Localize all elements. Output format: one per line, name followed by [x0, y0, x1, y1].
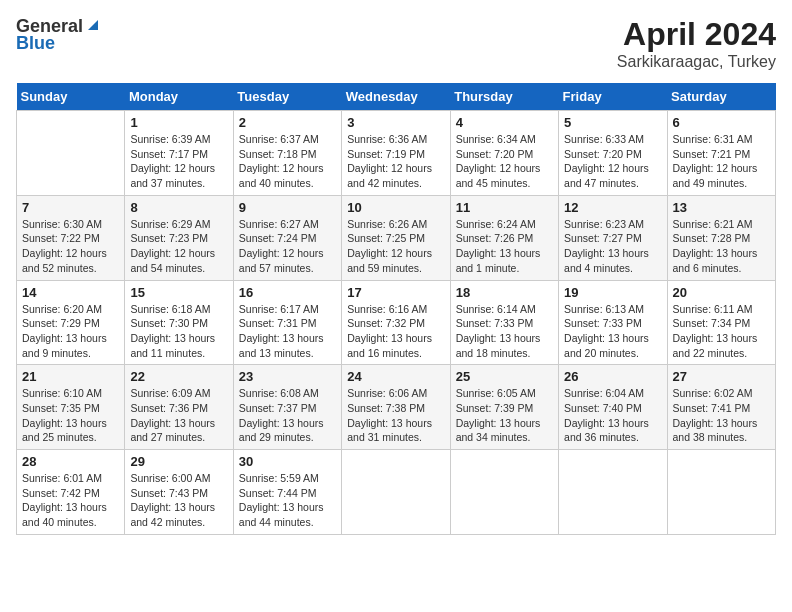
- calendar-day-25: 25Sunrise: 6:05 AM Sunset: 7:39 PM Dayli…: [450, 365, 558, 450]
- empty-cell: [559, 450, 667, 535]
- day-number: 20: [673, 285, 770, 300]
- day-info: Sunrise: 6:16 AM Sunset: 7:32 PM Dayligh…: [347, 302, 444, 361]
- day-info: Sunrise: 6:00 AM Sunset: 7:43 PM Dayligh…: [130, 471, 227, 530]
- day-number: 13: [673, 200, 770, 215]
- calendar-day-24: 24Sunrise: 6:06 AM Sunset: 7:38 PM Dayli…: [342, 365, 450, 450]
- day-info: Sunrise: 6:01 AM Sunset: 7:42 PM Dayligh…: [22, 471, 119, 530]
- calendar-day-15: 15Sunrise: 6:18 AM Sunset: 7:30 PM Dayli…: [125, 280, 233, 365]
- day-number: 9: [239, 200, 336, 215]
- day-info: Sunrise: 6:27 AM Sunset: 7:24 PM Dayligh…: [239, 217, 336, 276]
- location-subtitle: Sarkikaraagac, Turkey: [617, 53, 776, 71]
- day-number: 6: [673, 115, 770, 130]
- calendar-day-23: 23Sunrise: 6:08 AM Sunset: 7:37 PM Dayli…: [233, 365, 341, 450]
- day-info: Sunrise: 6:18 AM Sunset: 7:30 PM Dayligh…: [130, 302, 227, 361]
- calendar-day-11: 11Sunrise: 6:24 AM Sunset: 7:26 PM Dayli…: [450, 195, 558, 280]
- logo-blue-text: Blue: [16, 33, 55, 54]
- day-info: Sunrise: 6:17 AM Sunset: 7:31 PM Dayligh…: [239, 302, 336, 361]
- calendar-day-30: 30Sunrise: 5:59 AM Sunset: 7:44 PM Dayli…: [233, 450, 341, 535]
- day-info: Sunrise: 6:20 AM Sunset: 7:29 PM Dayligh…: [22, 302, 119, 361]
- calendar-day-7: 7Sunrise: 6:30 AM Sunset: 7:22 PM Daylig…: [17, 195, 125, 280]
- day-number: 21: [22, 369, 119, 384]
- day-number: 1: [130, 115, 227, 130]
- day-number: 11: [456, 200, 553, 215]
- day-info: Sunrise: 6:09 AM Sunset: 7:36 PM Dayligh…: [130, 386, 227, 445]
- calendar-day-2: 2Sunrise: 6:37 AM Sunset: 7:18 PM Daylig…: [233, 111, 341, 196]
- day-number: 10: [347, 200, 444, 215]
- calendar-day-28: 28Sunrise: 6:01 AM Sunset: 7:42 PM Dayli…: [17, 450, 125, 535]
- weekday-header-row: SundayMondayTuesdayWednesdayThursdayFrid…: [17, 83, 776, 111]
- day-info: Sunrise: 6:36 AM Sunset: 7:19 PM Dayligh…: [347, 132, 444, 191]
- day-number: 15: [130, 285, 227, 300]
- day-number: 12: [564, 200, 661, 215]
- calendar-day-4: 4Sunrise: 6:34 AM Sunset: 7:20 PM Daylig…: [450, 111, 558, 196]
- calendar-week-3: 14Sunrise: 6:20 AM Sunset: 7:29 PM Dayli…: [17, 280, 776, 365]
- calendar-day-6: 6Sunrise: 6:31 AM Sunset: 7:21 PM Daylig…: [667, 111, 775, 196]
- empty-cell: [450, 450, 558, 535]
- day-number: 16: [239, 285, 336, 300]
- day-number: 30: [239, 454, 336, 469]
- calendar-day-27: 27Sunrise: 6:02 AM Sunset: 7:41 PM Dayli…: [667, 365, 775, 450]
- day-info: Sunrise: 6:13 AM Sunset: 7:33 PM Dayligh…: [564, 302, 661, 361]
- logo-arrow-icon: [84, 16, 102, 34]
- day-info: Sunrise: 6:39 AM Sunset: 7:17 PM Dayligh…: [130, 132, 227, 191]
- calendar-day-19: 19Sunrise: 6:13 AM Sunset: 7:33 PM Dayli…: [559, 280, 667, 365]
- weekday-header-wednesday: Wednesday: [342, 83, 450, 111]
- day-info: Sunrise: 6:10 AM Sunset: 7:35 PM Dayligh…: [22, 386, 119, 445]
- calendar-day-12: 12Sunrise: 6:23 AM Sunset: 7:27 PM Dayli…: [559, 195, 667, 280]
- calendar-day-9: 9Sunrise: 6:27 AM Sunset: 7:24 PM Daylig…: [233, 195, 341, 280]
- day-number: 22: [130, 369, 227, 384]
- day-info: Sunrise: 6:23 AM Sunset: 7:27 PM Dayligh…: [564, 217, 661, 276]
- day-number: 19: [564, 285, 661, 300]
- weekday-header-sunday: Sunday: [17, 83, 125, 111]
- day-info: Sunrise: 6:04 AM Sunset: 7:40 PM Dayligh…: [564, 386, 661, 445]
- day-info: Sunrise: 6:02 AM Sunset: 7:41 PM Dayligh…: [673, 386, 770, 445]
- weekday-header-monday: Monday: [125, 83, 233, 111]
- day-info: Sunrise: 6:05 AM Sunset: 7:39 PM Dayligh…: [456, 386, 553, 445]
- day-number: 17: [347, 285, 444, 300]
- day-info: Sunrise: 6:14 AM Sunset: 7:33 PM Dayligh…: [456, 302, 553, 361]
- day-number: 7: [22, 200, 119, 215]
- day-info: Sunrise: 5:59 AM Sunset: 7:44 PM Dayligh…: [239, 471, 336, 530]
- day-number: 5: [564, 115, 661, 130]
- day-info: Sunrise: 6:26 AM Sunset: 7:25 PM Dayligh…: [347, 217, 444, 276]
- calendar-day-3: 3Sunrise: 6:36 AM Sunset: 7:19 PM Daylig…: [342, 111, 450, 196]
- calendar-day-18: 18Sunrise: 6:14 AM Sunset: 7:33 PM Dayli…: [450, 280, 558, 365]
- calendar-day-5: 5Sunrise: 6:33 AM Sunset: 7:20 PM Daylig…: [559, 111, 667, 196]
- calendar-week-4: 21Sunrise: 6:10 AM Sunset: 7:35 PM Dayli…: [17, 365, 776, 450]
- calendar-day-14: 14Sunrise: 6:20 AM Sunset: 7:29 PM Dayli…: [17, 280, 125, 365]
- day-info: Sunrise: 6:21 AM Sunset: 7:28 PM Dayligh…: [673, 217, 770, 276]
- day-number: 27: [673, 369, 770, 384]
- weekday-header-tuesday: Tuesday: [233, 83, 341, 111]
- day-number: 18: [456, 285, 553, 300]
- day-number: 14: [22, 285, 119, 300]
- calendar-day-17: 17Sunrise: 6:16 AM Sunset: 7:32 PM Dayli…: [342, 280, 450, 365]
- month-title: April 2024: [617, 16, 776, 53]
- weekday-header-thursday: Thursday: [450, 83, 558, 111]
- calendar-week-5: 28Sunrise: 6:01 AM Sunset: 7:42 PM Dayli…: [17, 450, 776, 535]
- day-number: 23: [239, 369, 336, 384]
- calendar-day-20: 20Sunrise: 6:11 AM Sunset: 7:34 PM Dayli…: [667, 280, 775, 365]
- empty-cell: [17, 111, 125, 196]
- day-info: Sunrise: 6:24 AM Sunset: 7:26 PM Dayligh…: [456, 217, 553, 276]
- day-info: Sunrise: 6:34 AM Sunset: 7:20 PM Dayligh…: [456, 132, 553, 191]
- calendar-day-26: 26Sunrise: 6:04 AM Sunset: 7:40 PM Dayli…: [559, 365, 667, 450]
- day-info: Sunrise: 6:11 AM Sunset: 7:34 PM Dayligh…: [673, 302, 770, 361]
- empty-cell: [342, 450, 450, 535]
- day-number: 24: [347, 369, 444, 384]
- calendar-week-2: 7Sunrise: 6:30 AM Sunset: 7:22 PM Daylig…: [17, 195, 776, 280]
- page-header: General Blue April 2024 Sarkikaraagac, T…: [16, 16, 776, 71]
- calendar-day-21: 21Sunrise: 6:10 AM Sunset: 7:35 PM Dayli…: [17, 365, 125, 450]
- calendar-table: SundayMondayTuesdayWednesdayThursdayFrid…: [16, 83, 776, 535]
- calendar-day-8: 8Sunrise: 6:29 AM Sunset: 7:23 PM Daylig…: [125, 195, 233, 280]
- day-number: 29: [130, 454, 227, 469]
- calendar-day-22: 22Sunrise: 6:09 AM Sunset: 7:36 PM Dayli…: [125, 365, 233, 450]
- svg-marker-0: [88, 20, 98, 30]
- day-number: 3: [347, 115, 444, 130]
- day-info: Sunrise: 6:37 AM Sunset: 7:18 PM Dayligh…: [239, 132, 336, 191]
- weekday-header-saturday: Saturday: [667, 83, 775, 111]
- day-number: 28: [22, 454, 119, 469]
- day-info: Sunrise: 6:29 AM Sunset: 7:23 PM Dayligh…: [130, 217, 227, 276]
- empty-cell: [667, 450, 775, 535]
- day-number: 8: [130, 200, 227, 215]
- calendar-day-10: 10Sunrise: 6:26 AM Sunset: 7:25 PM Dayli…: [342, 195, 450, 280]
